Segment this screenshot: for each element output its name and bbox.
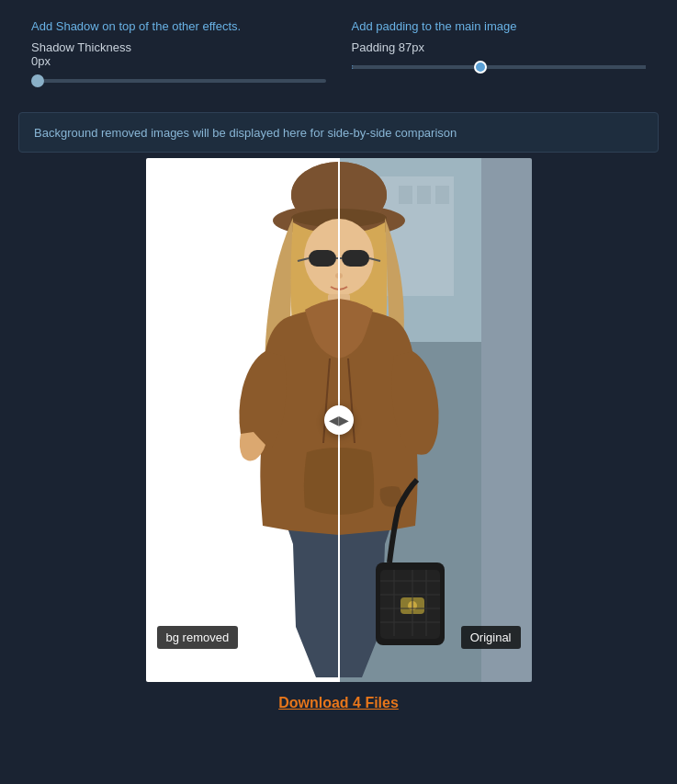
label-bg-removed: bg removed [157, 626, 239, 649]
svg-rect-6 [417, 186, 431, 204]
padding-section: Add padding to the main image Padding 87… [339, 9, 660, 97]
svg-rect-16 [342, 250, 369, 267]
comparison-divider-handle[interactable]: ◀▶ [324, 405, 354, 435]
padding-slider[interactable] [352, 65, 647, 69]
label-original: Original [461, 626, 521, 649]
shadow-slider[interactable] [31, 79, 326, 83]
svg-rect-5 [399, 186, 412, 204]
comparison-banner-text: Background removed images will be displa… [34, 126, 457, 140]
shadow-section: Add Shadow on top of the other effects. … [18, 9, 339, 97]
svg-rect-15 [309, 250, 336, 267]
controls-row: Add Shadow on top of the other effects. … [18, 9, 659, 97]
shadow-label: Add Shadow on top of the other effects. [31, 18, 326, 35]
shadow-slider-container[interactable] [31, 74, 326, 88]
download-link[interactable]: Download 4 Files [18, 695, 659, 711]
padding-value-display: Padding 87px [352, 40, 647, 54]
divider-arrows-icon: ◀▶ [329, 414, 349, 426]
padding-label: Add padding to the main image [352, 18, 647, 35]
comparison-banner: Background removed images will be displa… [18, 112, 659, 153]
shadow-thickness-label: Shadow Thickness 0px [31, 40, 326, 68]
svg-rect-7 [435, 186, 449, 204]
image-comparison-container: ◀▶ bg removed Original [146, 158, 532, 682]
padding-slider-container[interactable] [352, 60, 647, 74]
